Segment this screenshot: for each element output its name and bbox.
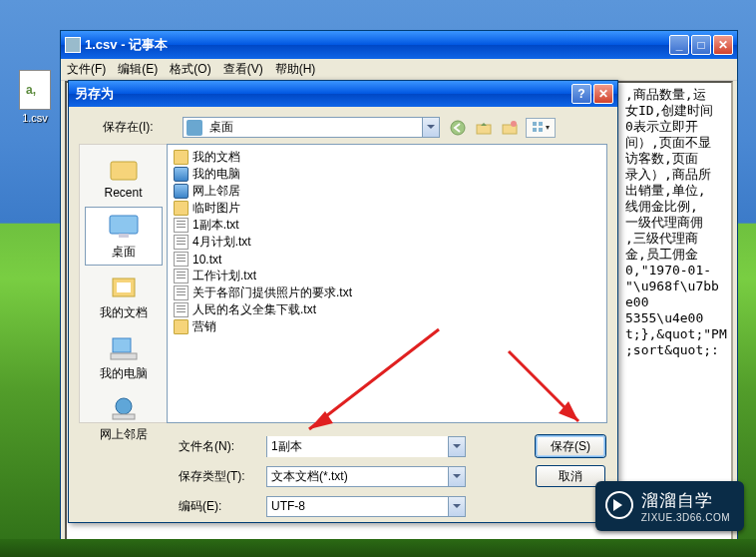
- file-name: 人民的名义全集下载.txt: [192, 301, 316, 318]
- file-item[interactable]: 工作计划.txt: [174, 268, 600, 284]
- text-line: ;sort&quot;:: [625, 342, 725, 358]
- text-line: ,商品数量,运: [625, 87, 725, 103]
- file-item[interactable]: 我的电脑: [174, 166, 600, 183]
- file-item[interactable]: 临时图片: [174, 200, 600, 217]
- text-line: 一级代理商佣: [625, 215, 725, 231]
- svg-rect-16: [113, 414, 135, 419]
- notepad-titlebar[interactable]: 1.csv - 记事本 _ □ ✕: [61, 31, 737, 59]
- notepad-title: 1.csv - 记事本: [85, 36, 669, 54]
- file-item[interactable]: 网上邻居: [174, 183, 600, 200]
- text-line: e00: [625, 294, 725, 310]
- file-name: 10.txt: [192, 253, 221, 267]
- saveas-title: 另存为: [73, 85, 571, 103]
- text-line: 女ID,创建时间: [625, 103, 725, 119]
- dropdown-arrow-icon[interactable]: [448, 467, 465, 486]
- svg-rect-8: [111, 162, 137, 180]
- file-item[interactable]: 人民的名义全集下载.txt: [174, 301, 600, 318]
- file-name: 关于各部门提供照片的要求.txt: [192, 284, 352, 301]
- file-item[interactable]: 4月计划.txt: [174, 234, 600, 251]
- place-desktop-icon: [107, 212, 141, 242]
- sys-icon: [174, 167, 189, 182]
- txt-icon: [174, 235, 189, 250]
- place-network[interactable]: 网上邻居: [85, 389, 163, 448]
- watermark: 溜溜自学 ZIXUE.3D66.COM: [595, 481, 744, 531]
- save-in-combo[interactable]: 桌面: [183, 117, 440, 138]
- file-item[interactable]: 关于各部门提供照片的要求.txt: [174, 284, 600, 301]
- file-name: 网上邻居: [192, 183, 240, 200]
- file-name: 我的文档: [192, 149, 240, 166]
- file-name: 临时图片: [192, 200, 240, 217]
- text-line: 录入）,商品所: [625, 167, 725, 183]
- taskbar-area: [0, 539, 756, 557]
- file-item[interactable]: 营销: [174, 318, 600, 335]
- menu-help[interactable]: 帮助(H): [275, 61, 316, 78]
- file-name: 工作计划.txt: [192, 268, 256, 284]
- dropdown-arrow-icon[interactable]: [448, 497, 465, 516]
- svg-rect-5: [539, 122, 543, 126]
- new-folder-icon[interactable]: [500, 118, 520, 138]
- recent-icon: [107, 154, 141, 184]
- place-mydocs[interactable]: 我的文档: [85, 268, 163, 326]
- network-icon: [107, 394, 141, 424]
- svg-point-15: [116, 398, 132, 414]
- file-item[interactable]: 我的文档: [174, 149, 600, 166]
- text-line: 访客数,页面: [625, 151, 725, 167]
- filename-input[interactable]: [267, 436, 448, 457]
- menu-view[interactable]: 查看(V): [223, 61, 263, 78]
- file-item[interactable]: 10.txt: [174, 251, 600, 268]
- encoding-combo[interactable]: UTF-8: [266, 496, 466, 517]
- save-as-dialog: 另存为 ? ✕ 保存在(I): 桌面: [68, 80, 618, 523]
- svg-rect-14: [111, 353, 137, 359]
- folder-icon: [174, 201, 189, 216]
- place-recent[interactable]: Recent: [85, 149, 163, 205]
- save-in-label: 保存在(I):: [103, 119, 175, 136]
- text-line: 0,"1970-01-: [625, 263, 725, 278]
- close-button[interactable]: ✕: [713, 35, 733, 55]
- saveas-close-button[interactable]: ✕: [593, 84, 613, 104]
- text-line: 金,员工佣金: [625, 247, 725, 263]
- place-label: Recent: [86, 186, 162, 200]
- text-line: 线佣金比例,: [625, 199, 725, 215]
- folder-icon: [174, 150, 189, 165]
- saveas-titlebar[interactable]: 另存为 ? ✕: [69, 81, 617, 107]
- place-label: 网上邻居: [86, 426, 162, 443]
- help-button[interactable]: ?: [571, 84, 591, 104]
- svg-rect-4: [533, 122, 537, 126]
- text-line: t;},&quot;"PM: [625, 326, 725, 342]
- view-menu-icon[interactable]: ▾: [526, 118, 556, 138]
- dropdown-arrow-icon[interactable]: [448, 437, 465, 456]
- minimize-button[interactable]: _: [669, 35, 689, 55]
- watermark-url: ZIXUE.3D66.COM: [641, 512, 730, 523]
- menu-format[interactable]: 格式(O): [170, 61, 210, 78]
- menu-file[interactable]: 文件(F): [67, 61, 106, 78]
- watermark-title: 溜溜自学: [641, 489, 730, 512]
- desktop-file-icon[interactable]: 1.csv: [15, 70, 55, 124]
- txt-icon: [174, 218, 189, 233]
- maximize-button[interactable]: □: [691, 35, 711, 55]
- places-bar: Recent 桌面 我的文档 我的电脑: [79, 144, 167, 423]
- file-list[interactable]: 我的文档我的电脑网上邻居临时图片1副本.txt4月计划.txt10.txt工作计…: [167, 144, 607, 423]
- up-folder-icon[interactable]: [474, 118, 494, 138]
- encoding-label: 编码(E):: [179, 498, 256, 515]
- play-icon: [605, 491, 633, 519]
- dropdown-arrow-icon[interactable]: [422, 118, 439, 137]
- svg-rect-10: [119, 234, 129, 238]
- menu-edit[interactable]: 编辑(E): [118, 61, 158, 78]
- filetype-value: 文本文档(*.txt): [267, 468, 448, 485]
- filename-label: 文件名(N):: [179, 438, 256, 455]
- place-mycomputer[interactable]: 我的电脑: [85, 328, 163, 387]
- filetype-combo[interactable]: 文本文档(*.txt): [266, 466, 466, 487]
- csv-file-icon: [19, 70, 51, 110]
- notepad-menubar: 文件(F) 编辑(E) 格式(O) 查看(V) 帮助(H): [61, 59, 737, 81]
- back-icon[interactable]: [448, 118, 468, 138]
- filename-combo[interactable]: [266, 436, 466, 457]
- text-line: ,三级代理商: [625, 231, 725, 247]
- file-item[interactable]: 1副本.txt: [174, 217, 600, 234]
- place-desktop[interactable]: 桌面: [85, 207, 163, 266]
- file-name: 我的电脑: [192, 166, 240, 183]
- text-line: 间）,页面不显: [625, 135, 725, 151]
- encoding-value: UTF-8: [267, 499, 448, 513]
- svg-point-0: [451, 121, 465, 135]
- save-button[interactable]: 保存(S): [536, 435, 605, 457]
- desktop: 1.csv 1.csv - 记事本 _ □ ✕ 文件(F) 编辑(E) 格式(O…: [0, 0, 756, 557]
